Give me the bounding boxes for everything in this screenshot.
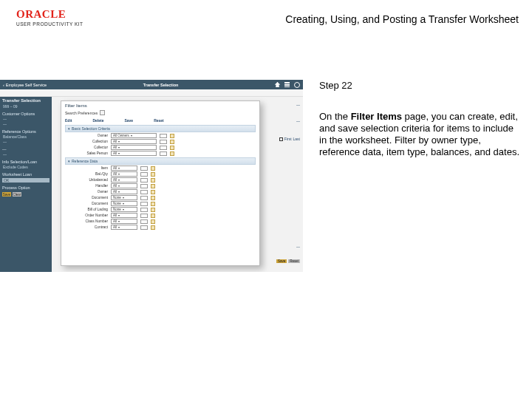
form-row: OwnerAll Owners▾ [65, 132, 256, 138]
search-icon[interactable] [170, 146, 174, 150]
first-link[interactable]: First [284, 137, 292, 141]
search-icon[interactable] [151, 208, 155, 212]
dropdown[interactable]: All▾ [111, 177, 137, 183]
form-row: HandlerAll▾ [65, 183, 256, 188]
sidebar-section[interactable]: Customer Options [2, 112, 50, 116]
lookup-icon[interactable] [140, 190, 148, 194]
sidebar-item[interactable]: Balance/Class [2, 134, 50, 139]
section-header[interactable]: ▾ Basic Selection Criteria [65, 125, 256, 132]
sidebar-clear-button[interactable]: Clear [13, 192, 21, 197]
search-icon[interactable] [151, 219, 155, 224]
lookup-icon[interactable] [160, 146, 167, 150]
dropdown[interactable]: All▾ [111, 151, 157, 156]
search-icon[interactable] [151, 190, 155, 194]
reference-data-section: ▾ Reference Data ItemAll▾Bal./QtyAll▾Unb… [65, 157, 256, 230]
sidebar-section[interactable]: — [2, 147, 50, 151]
lookup-icon[interactable] [140, 208, 148, 212]
globe-icon[interactable] [294, 82, 300, 88]
search-icon[interactable] [151, 184, 155, 188]
search-icon[interactable] [100, 110, 105, 115]
delete-link[interactable]: Delete [92, 118, 103, 123]
sidebar-item[interactable]: — [2, 117, 50, 121]
lookup-icon[interactable] [140, 202, 148, 206]
lookup-icon[interactable] [140, 184, 148, 188]
lookup-icon[interactable] [160, 151, 167, 156]
form-row: Sales PersonAll▾ [65, 150, 256, 156]
field-label: Handler [69, 184, 108, 188]
dropdown[interactable]: All▾ [111, 166, 137, 171]
bg-reset-button[interactable]: Reset [288, 259, 300, 263]
dropdown[interactable]: All▾ [111, 189, 137, 194]
search-icon[interactable] [170, 140, 174, 144]
sidebar-item[interactable]: — [2, 122, 50, 126]
form-row: Bal./QtyAll▾ [65, 171, 256, 177]
save-link[interactable]: Save [124, 118, 133, 123]
field-label: Contract [69, 225, 108, 229]
dropdown[interactable]: All▾ [111, 225, 137, 230]
dropdown[interactable]: All▾ [111, 219, 137, 224]
back-chevron-icon[interactable]: ‹ [3, 83, 4, 87]
bg-link[interactable]: — [296, 119, 300, 123]
search-icon[interactable] [151, 202, 155, 206]
field-label: Bal./Qty [69, 172, 108, 176]
dropdown[interactable]: All▾ [111, 145, 157, 150]
dropdown[interactable]: None▾ [111, 201, 137, 206]
search-icon[interactable] [151, 214, 155, 218]
dropdown[interactable]: None▾ [111, 207, 137, 212]
sidebar-section[interactable]: Worksheet Loan [2, 172, 50, 177]
sidebar-item[interactable]: — [2, 140, 50, 144]
sidebar-save-button[interactable]: Save [2, 192, 11, 197]
home-icon[interactable] [275, 82, 280, 87]
sidebar-section[interactable]: Reference Options [2, 129, 50, 134]
collapse-icon[interactable]: ▾ [68, 127, 70, 131]
dropdown[interactable]: None▾ [111, 195, 137, 200]
sidebar-section[interactable]: Info Selection/Loan [2, 160, 50, 164]
sidebar-section[interactable]: Process Option [2, 185, 50, 190]
sidebar-chip[interactable]: OK [2, 178, 50, 183]
dropdown[interactable]: All▾ [111, 171, 137, 177]
modal-toolbar: Edit Delete Save Reset [65, 117, 256, 123]
dropdown[interactable]: All Owners▾ [111, 133, 157, 138]
sidebar-item[interactable]: Exclude Codes [2, 165, 50, 169]
field-label: Order Number [69, 214, 108, 217]
reset-link[interactable]: Reset [154, 118, 164, 123]
bg-link[interactable]: — [296, 103, 300, 107]
brand-logo: ORACLE USER PRODUCTIVITY KIT [16, 7, 83, 27]
last-link[interactable]: Last [293, 137, 300, 141]
instr-bold: Filter Items [351, 111, 402, 122]
search-icon[interactable] [151, 172, 155, 177]
section-title: Basic Selection Criteria [72, 126, 110, 131]
search-icon[interactable] [151, 178, 155, 183]
form-row: Class NumberAll▾ [65, 218, 256, 224]
sidebar-item[interactable]: — [2, 152, 50, 157]
lookup-icon[interactable] [140, 166, 148, 171]
dropdown[interactable]: All▾ [111, 183, 137, 188]
search-icon[interactable] [170, 134, 174, 138]
edit-link[interactable]: Edit [65, 118, 72, 123]
brand-name: ORACLE [16, 8, 66, 20]
search-icon[interactable] [151, 166, 155, 171]
search-icon[interactable] [170, 151, 174, 156]
collapse-icon[interactable]: ▾ [68, 160, 70, 163]
lookup-icon[interactable] [140, 225, 148, 230]
field-label: Bill of Lading [69, 208, 108, 211]
lookup-icon[interactable] [160, 140, 167, 144]
lookup-icon[interactable] [140, 178, 148, 183]
field-label: Class Number [69, 219, 108, 223]
search-icon[interactable] [151, 196, 155, 200]
lookup-icon[interactable] [140, 172, 148, 177]
field-label: Collector [69, 146, 108, 149]
dropdown[interactable]: All▾ [111, 139, 157, 144]
bg-link[interactable]: — [296, 245, 300, 249]
menu-icon[interactable] [284, 82, 290, 87]
checkbox-icon[interactable] [279, 137, 283, 141]
lookup-icon[interactable] [140, 196, 148, 200]
instr-seg: On the [319, 111, 351, 122]
bg-save-button[interactable]: Save [276, 259, 287, 263]
lookup-icon[interactable] [140, 219, 148, 224]
lookup-icon[interactable] [140, 214, 148, 218]
section-header[interactable]: ▾ Reference Data [65, 157, 256, 165]
lookup-icon[interactable] [160, 134, 167, 138]
dropdown[interactable]: All▾ [111, 213, 137, 218]
search-icon[interactable] [151, 225, 155, 230]
